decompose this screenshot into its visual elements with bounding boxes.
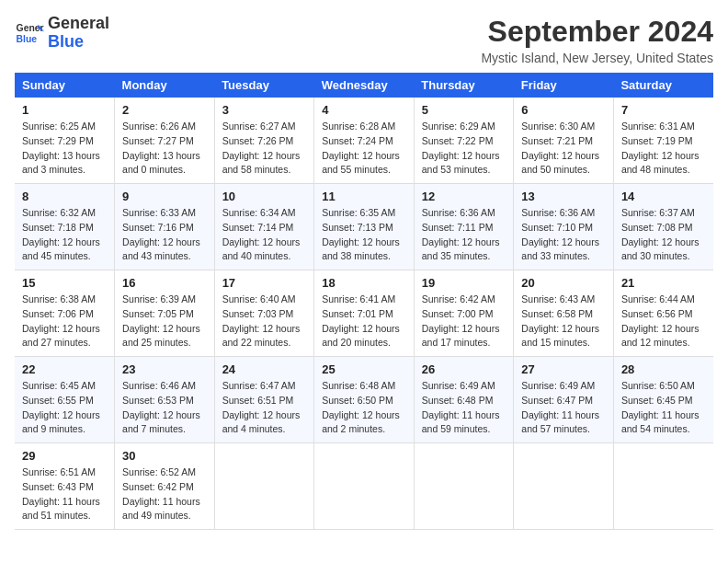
logo-icon: General Blue: [15, 18, 44, 48]
day-number: 5: [422, 103, 506, 117]
day-number: 19: [422, 276, 506, 290]
calendar-cell: 3Sunrise: 6:27 AMSunset: 7:26 PMDaylight…: [214, 98, 314, 184]
calendar-cell: 8Sunrise: 6:32 AMSunset: 7:18 PMDaylight…: [15, 184, 115, 270]
day-number: 8: [22, 190, 107, 203]
day-number: 18: [322, 276, 406, 290]
calendar-cell: 5Sunrise: 6:29 AMSunset: 7:22 PMDaylight…: [414, 98, 514, 184]
day-number: 27: [521, 362, 606, 376]
calendar-cell: 26Sunrise: 6:49 AMSunset: 6:48 PMDayligh…: [414, 357, 514, 443]
day-number: 26: [422, 362, 506, 376]
logo-blue: Blue: [48, 32, 84, 51]
day-number: 14: [621, 190, 706, 203]
calendar-cell: 30Sunrise: 6:52 AMSunset: 6:42 PMDayligh…: [115, 443, 215, 530]
calendar-cell: 17Sunrise: 6:40 AMSunset: 7:03 PMDayligh…: [214, 270, 314, 357]
day-info: Sunrise: 6:29 AMSunset: 7:22 PMDaylight:…: [422, 120, 506, 178]
day-number: 17: [222, 276, 307, 290]
calendar-cell: 28Sunrise: 6:50 AMSunset: 6:45 PMDayligh…: [613, 357, 713, 443]
day-info: Sunrise: 6:30 AMSunset: 7:21 PMDaylight:…: [521, 120, 606, 178]
calendar-cell: 27Sunrise: 6:49 AMSunset: 6:47 PMDayligh…: [514, 357, 614, 443]
day-info: Sunrise: 6:45 AMSunset: 6:55 PMDaylight:…: [22, 379, 107, 437]
day-number: 23: [122, 362, 207, 376]
day-info: Sunrise: 6:36 AMSunset: 7:11 PMDaylight:…: [422, 206, 506, 264]
day-info: Sunrise: 6:51 AMSunset: 6:43 PMDaylight:…: [22, 465, 107, 523]
col-header-tuesday: Tuesday: [214, 73, 314, 98]
calendar-cell: 6Sunrise: 6:30 AMSunset: 7:21 PMDaylight…: [514, 98, 614, 184]
day-number: 1: [22, 103, 107, 117]
day-number: 25: [322, 362, 406, 376]
calendar-cell: 23Sunrise: 6:46 AMSunset: 6:53 PMDayligh…: [115, 357, 215, 443]
day-info: Sunrise: 6:37 AMSunset: 7:08 PMDaylight:…: [621, 206, 706, 264]
day-info: Sunrise: 6:33 AMSunset: 7:16 PMDaylight:…: [122, 206, 207, 264]
day-info: Sunrise: 6:27 AMSunset: 7:26 PMDaylight:…: [222, 120, 307, 178]
calendar-cell: 18Sunrise: 6:41 AMSunset: 7:01 PMDayligh…: [314, 270, 415, 357]
day-number: 29: [22, 449, 107, 463]
day-number: 11: [322, 190, 406, 203]
day-info: Sunrise: 6:43 AMSunset: 6:58 PMDaylight:…: [521, 293, 606, 350]
calendar-cell: 9Sunrise: 6:33 AMSunset: 7:16 PMDaylight…: [115, 184, 215, 270]
col-header-saturday: Saturday: [613, 73, 713, 98]
day-number: 30: [122, 449, 207, 463]
day-info: Sunrise: 6:28 AMSunset: 7:24 PMDaylight:…: [322, 120, 406, 178]
day-number: 2: [122, 103, 207, 117]
svg-text:Blue: Blue: [17, 33, 38, 43]
day-info: Sunrise: 6:38 AMSunset: 7:06 PMDaylight:…: [22, 293, 107, 350]
day-number: 22: [22, 362, 107, 376]
month-title: September 2024: [481, 15, 713, 49]
day-info: Sunrise: 6:47 AMSunset: 6:51 PMDaylight:…: [222, 379, 307, 437]
calendar-cell: 2Sunrise: 6:26 AMSunset: 7:27 PMDaylight…: [115, 98, 215, 184]
title-area: September 2024 Mystic Island, New Jersey…: [481, 15, 713, 65]
calendar-cell: 21Sunrise: 6:44 AMSunset: 6:56 PMDayligh…: [613, 270, 713, 357]
day-info: Sunrise: 6:34 AMSunset: 7:14 PMDaylight:…: [222, 206, 307, 264]
week-row-1: 1Sunrise: 6:25 AMSunset: 7:29 PMDaylight…: [15, 98, 713, 184]
calendar-cell: 1Sunrise: 6:25 AMSunset: 7:29 PMDaylight…: [15, 98, 115, 184]
calendar-cell: [414, 443, 514, 530]
day-info: Sunrise: 6:42 AMSunset: 7:00 PMDaylight:…: [422, 293, 506, 350]
calendar-cell: 24Sunrise: 6:47 AMSunset: 6:51 PMDayligh…: [214, 357, 314, 443]
calendar-cell: [514, 443, 614, 530]
day-info: Sunrise: 6:49 AMSunset: 6:47 PMDaylight:…: [521, 379, 606, 437]
calendar-cell: 11Sunrise: 6:35 AMSunset: 7:13 PMDayligh…: [314, 184, 415, 270]
day-number: 6: [521, 103, 606, 117]
day-info: Sunrise: 6:36 AMSunset: 7:10 PMDaylight:…: [521, 206, 606, 264]
day-number: 4: [322, 103, 406, 117]
calendar-cell: 25Sunrise: 6:48 AMSunset: 6:50 PMDayligh…: [314, 357, 415, 443]
calendar-cell: 29Sunrise: 6:51 AMSunset: 6:43 PMDayligh…: [15, 443, 115, 530]
day-number: 21: [621, 276, 706, 290]
calendar-cell: [214, 443, 314, 530]
location: Mystic Island, New Jersey, United States: [481, 51, 713, 65]
day-number: 9: [122, 190, 207, 203]
week-row-3: 15Sunrise: 6:38 AMSunset: 7:06 PMDayligh…: [15, 270, 713, 357]
day-info: Sunrise: 6:46 AMSunset: 6:53 PMDaylight:…: [122, 379, 207, 437]
day-info: Sunrise: 6:49 AMSunset: 6:48 PMDaylight:…: [422, 379, 506, 437]
day-info: Sunrise: 6:26 AMSunset: 7:27 PMDaylight:…: [122, 120, 207, 178]
day-info: Sunrise: 6:39 AMSunset: 7:05 PMDaylight:…: [122, 293, 207, 350]
day-info: Sunrise: 6:52 AMSunset: 6:42 PMDaylight:…: [122, 465, 207, 523]
day-info: Sunrise: 6:40 AMSunset: 7:03 PMDaylight:…: [222, 293, 307, 350]
calendar-cell: 15Sunrise: 6:38 AMSunset: 7:06 PMDayligh…: [15, 270, 115, 357]
calendar-cell: 10Sunrise: 6:34 AMSunset: 7:14 PMDayligh…: [214, 184, 314, 270]
logo: General Blue General Blue: [15, 15, 109, 52]
day-number: 10: [222, 190, 307, 203]
logo-general: General: [48, 14, 109, 32]
calendar-cell: [613, 443, 713, 530]
calendar-cell: 20Sunrise: 6:43 AMSunset: 6:58 PMDayligh…: [514, 270, 614, 357]
col-header-thursday: Thursday: [414, 73, 514, 98]
calendar-cell: 22Sunrise: 6:45 AMSunset: 6:55 PMDayligh…: [15, 357, 115, 443]
day-number: 28: [621, 362, 706, 376]
day-info: Sunrise: 6:31 AMSunset: 7:19 PMDaylight:…: [621, 120, 706, 178]
day-info: Sunrise: 6:48 AMSunset: 6:50 PMDaylight:…: [322, 379, 406, 437]
day-info: Sunrise: 6:44 AMSunset: 6:56 PMDaylight:…: [621, 293, 706, 350]
calendar-cell: 14Sunrise: 6:37 AMSunset: 7:08 PMDayligh…: [613, 184, 713, 270]
week-row-5: 29Sunrise: 6:51 AMSunset: 6:43 PMDayligh…: [15, 443, 713, 530]
calendar-cell: [314, 443, 415, 530]
col-header-wednesday: Wednesday: [314, 73, 415, 98]
day-info: Sunrise: 6:50 AMSunset: 6:45 PMDaylight:…: [621, 379, 706, 437]
day-info: Sunrise: 6:41 AMSunset: 7:01 PMDaylight:…: [322, 293, 406, 350]
calendar-cell: 19Sunrise: 6:42 AMSunset: 7:00 PMDayligh…: [414, 270, 514, 357]
day-number: 20: [521, 276, 606, 290]
day-number: 24: [222, 362, 307, 376]
calendar-cell: 12Sunrise: 6:36 AMSunset: 7:11 PMDayligh…: [414, 184, 514, 270]
calendar-cell: 13Sunrise: 6:36 AMSunset: 7:10 PMDayligh…: [514, 184, 614, 270]
calendar-table: SundayMondayTuesdayWednesdayThursdayFrid…: [15, 73, 713, 530]
day-number: 16: [122, 276, 207, 290]
